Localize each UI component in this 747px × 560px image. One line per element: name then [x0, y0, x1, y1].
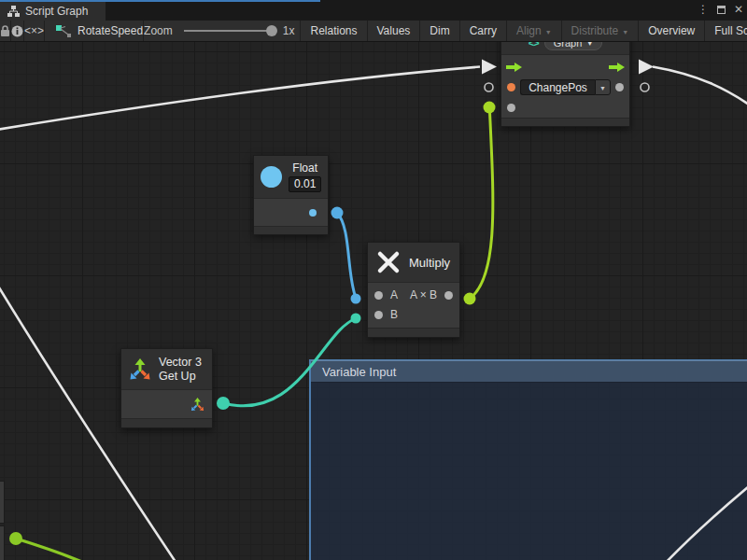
graph-name: RotateSpeed — [78, 24, 143, 37]
float-type-icon — [261, 166, 282, 188]
float-body — [254, 199, 328, 226]
caret-down-icon: ▼ — [586, 42, 593, 47]
value-output-port[interactable] — [615, 83, 624, 91]
graph-toolbar: <×> RotateSpeed Zoom 1x Relations Values… — [0, 21, 747, 42]
float-value-field[interactable]: 0.01 — [289, 176, 321, 192]
caret-down-icon: ▼ — [599, 85, 606, 91]
port-a-label: A — [390, 288, 398, 301]
multiply-input-b-port[interactable] — [374, 311, 383, 319]
offscreen-node-partial[interactable] — [0, 481, 5, 524]
vector3-output-port[interactable] — [190, 398, 204, 412]
value-input-port[interactable] — [507, 83, 515, 91]
relations-button[interactable]: Relations — [301, 21, 367, 41]
overview-button[interactable]: Overview — [639, 21, 705, 41]
vector3-header: Vector 3 Get Up — [121, 349, 212, 390]
multiply-header: Multiply — [368, 243, 459, 283]
values-button[interactable]: Values — [368, 21, 421, 41]
carry-button[interactable]: Carry — [460, 21, 507, 41]
dim-button[interactable]: Dim — [420, 21, 459, 41]
multiply-icon — [376, 250, 401, 274]
vector3-icon — [129, 358, 151, 381]
variable-input-panel[interactable]: Variable Input — [309, 359, 747, 560]
vector3-get-up-node[interactable]: Vector 3 Get Up — [120, 348, 213, 428]
value-input-port-2[interactable] — [507, 104, 515, 112]
vector3-type-label: Vector 3 — [159, 356, 202, 370]
window-menu-icon[interactable]: ⋮ — [698, 3, 709, 16]
graph-node-icon — [56, 25, 71, 37]
graph-breadcrumb[interactable]: RotateSpeed — [45, 21, 144, 41]
info-button[interactable] — [11, 21, 24, 41]
full-screen-button[interactable]: Full Screen — [705, 21, 747, 41]
multiply-output-port[interactable] — [444, 291, 453, 300]
changepos-dropdown[interactable]: ChangePos ▼ — [520, 79, 611, 95]
distribute-dropdown[interactable]: Distribute ▼ — [562, 21, 640, 41]
code-view-button[interactable]: <×> — [24, 21, 45, 41]
zoom-label: Zoom — [144, 24, 173, 37]
float-header: Float 0.01 — [254, 156, 328, 199]
float-output-port[interactable] — [309, 209, 317, 217]
lock-icon — [0, 25, 10, 37]
float-literal-node[interactable]: Float 0.01 — [253, 155, 329, 235]
align-dropdown[interactable]: Align ▼ — [507, 21, 562, 41]
multiply-input-a-port[interactable] — [374, 291, 383, 300]
info-icon — [11, 25, 23, 37]
changepos-value: ChangePos — [520, 79, 595, 95]
close-icon[interactable]: ✕ — [734, 3, 743, 16]
script-graph-icon — [7, 6, 20, 17]
variable-input-title: Variable Input — [322, 365, 396, 379]
zoom-value: 1x — [283, 24, 295, 37]
tab-title: Script Graph — [25, 5, 88, 18]
node-footer — [254, 226, 328, 234]
float-title: Float — [292, 161, 317, 175]
zoom-slider[interactable] — [184, 30, 272, 32]
lock-button[interactable] — [0, 21, 11, 41]
graph-unit-node[interactable]: <> Graph ▼ ChangePos ▼ — [500, 42, 630, 127]
port-result-label: A × B — [410, 288, 437, 301]
offscreen-node-partial[interactable] — [0, 525, 5, 560]
code-icon: <×> — [24, 24, 44, 37]
variable-input-titlebar[interactable]: Variable Input — [311, 360, 747, 382]
tab-bar: Script Graph ⋮ ✕ — [0, 0, 747, 21]
maximize-icon[interactable] — [717, 6, 726, 14]
subgraph-icon: <> — [529, 42, 539, 49]
node-footer — [368, 328, 459, 337]
tab-script-graph[interactable]: Script Graph — [0, 2, 106, 21]
node-footer — [501, 118, 629, 126]
script-graph-window: Script Graph ⋮ ✕ <×> — [0, 0, 747, 560]
flow-input-port[interactable] — [506, 62, 522, 73]
vector3-operation-label: Get Up — [159, 370, 202, 384]
port-b-label: B — [390, 308, 398, 321]
node-footer — [121, 418, 212, 427]
graph-header-dropdown[interactable]: Graph ▼ — [544, 42, 603, 50]
multiply-node[interactable]: Multiply A A × B B — [367, 242, 460, 338]
multiply-title: Multiply — [409, 256, 450, 270]
caret-down-icon: ▼ — [622, 29, 628, 35]
vector3-body — [121, 390, 212, 418]
graph-canvas[interactable]: <> Graph ▼ ChangePos ▼ — [0, 42, 747, 560]
zoom-control: Zoom 1x — [144, 21, 301, 41]
flow-output-port[interactable] — [609, 62, 625, 73]
variable-input-body — [311, 382, 747, 560]
caret-down-icon: ▼ — [545, 29, 552, 35]
zoom-slider-handle[interactable] — [266, 25, 277, 36]
graph-unit-header: <> Graph ▼ — [501, 42, 629, 55]
